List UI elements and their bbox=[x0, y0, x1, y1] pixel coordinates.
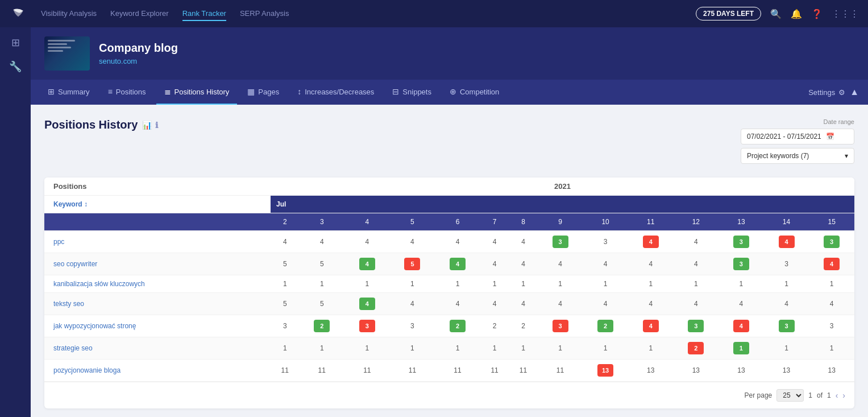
keyword-label: Keyword bbox=[53, 200, 82, 208]
value-cell: 3 bbox=[538, 231, 583, 253]
snippets-icon: ⊟ bbox=[392, 87, 399, 96]
value-cell: 3 bbox=[719, 231, 764, 253]
nav-serp[interactable]: SERP Analysis bbox=[240, 7, 289, 21]
value-cell: 11 bbox=[271, 360, 299, 382]
prev-page-button[interactable]: ‹ bbox=[836, 391, 838, 400]
keyword-cell[interactable]: teksty seo bbox=[44, 293, 271, 315]
value-cell: 11 bbox=[538, 360, 583, 382]
keyword-cell[interactable]: seo copywriter bbox=[44, 253, 271, 275]
date-range-label: Date range bbox=[824, 118, 854, 125]
value-cell: 1 bbox=[435, 275, 480, 293]
days-left-badge[interactable]: 275 DAYS LEFT bbox=[696, 7, 761, 20]
value-cell: 4 bbox=[674, 231, 719, 253]
keyword-filter[interactable]: Project keywords (7) ▾ bbox=[741, 148, 854, 164]
date-col-9: 9 bbox=[538, 213, 583, 231]
subnav-pages[interactable]: ▦ Pages bbox=[239, 80, 287, 105]
total-pages: 1 bbox=[827, 391, 831, 399]
value-cell: 3 bbox=[809, 315, 854, 337]
subnav-competition-label: Competition bbox=[460, 88, 499, 96]
apps-icon[interactable]: ⋮⋮⋮ bbox=[832, 9, 859, 19]
value-cell: 5 bbox=[271, 253, 299, 275]
app-logo[interactable] bbox=[9, 5, 27, 23]
value-cell: 5 bbox=[390, 253, 435, 275]
subnav-snippets[interactable]: ⊟ Snippets bbox=[384, 80, 439, 105]
subnav-summary[interactable]: ⊞ Summary bbox=[40, 80, 98, 105]
value-cell: 4 bbox=[674, 293, 719, 315]
value-cell: 2 bbox=[509, 315, 537, 337]
pagination-row: Per page 25 50 1 of 1 ‹ › bbox=[44, 382, 854, 408]
value-cell: 1 bbox=[764, 275, 809, 293]
keyword-col-header[interactable]: Keyword ↕ bbox=[44, 196, 271, 213]
chart-icon[interactable]: 📊 bbox=[142, 121, 152, 130]
value-cell: 5 bbox=[299, 253, 344, 275]
value-cell: 5 bbox=[271, 293, 299, 315]
subnav-positions-history[interactable]: ≣ Positions History bbox=[156, 80, 238, 105]
per-page-select[interactable]: 25 50 bbox=[776, 389, 804, 402]
value-cell: 11 bbox=[435, 360, 480, 382]
top-nav-links: Visibility Analysis Keyword Explorer Ran… bbox=[41, 7, 682, 21]
value-cell: 2 bbox=[674, 337, 719, 360]
nav-visibility[interactable]: Visibility Analysis bbox=[41, 7, 97, 21]
collapse-button[interactable]: ▲ bbox=[850, 87, 859, 97]
subnav-increases[interactable]: ↕ Increases/Decreases bbox=[289, 80, 382, 105]
value-cell: 13 bbox=[719, 360, 764, 382]
value-cell: 4 bbox=[390, 231, 435, 253]
value-cell: 1 bbox=[509, 275, 537, 293]
info-icon[interactable]: ℹ bbox=[155, 121, 158, 130]
keyword-cell[interactable]: kanibalizacja słów kluczowych bbox=[44, 275, 271, 293]
subnav-snippets-label: Snippets bbox=[402, 88, 431, 96]
value-cell: 1 bbox=[628, 275, 674, 293]
positions-history-icon: ≣ bbox=[164, 87, 171, 96]
page-title-row: Positions History 📊 ℹ Date range 07/02/2… bbox=[44, 118, 854, 164]
keyword-cell[interactable]: jak wypozycjonować stronę bbox=[44, 315, 271, 337]
bell-icon[interactable]: 🔔 bbox=[791, 9, 802, 19]
value-cell: 1 bbox=[583, 337, 628, 360]
sidebar-tool-icon[interactable]: 🔧 bbox=[9, 60, 22, 73]
value-cell: 1 bbox=[674, 275, 719, 293]
page-title-text: Positions History bbox=[44, 118, 138, 131]
search-icon[interactable]: 🔍 bbox=[770, 9, 782, 19]
value-cell: 3 bbox=[390, 315, 435, 337]
positions-icon: ≡ bbox=[108, 87, 113, 96]
value-cell: 1 bbox=[809, 337, 854, 360]
positions-table: Positions 2021 Keyword ↕ Jul 23 bbox=[44, 177, 854, 382]
keyword-filter-value: Project keywords (7) bbox=[747, 152, 809, 160]
value-cell: 4 bbox=[764, 293, 809, 315]
dropdown-chevron-icon: ▾ bbox=[845, 152, 848, 160]
settings-button[interactable]: Settings ⚙ bbox=[808, 88, 845, 97]
settings-gear-icon: ⚙ bbox=[838, 88, 845, 97]
value-cell: 3 bbox=[271, 315, 299, 337]
project-name: Company blog bbox=[99, 42, 178, 55]
project-url[interactable]: senuto.com bbox=[99, 57, 178, 65]
date-col-8: 8 bbox=[509, 213, 537, 231]
subnav-competition[interactable]: ⊕ Competition bbox=[442, 80, 507, 105]
value-cell: 13 bbox=[583, 360, 628, 382]
sidebar-grid-icon[interactable]: ⊞ bbox=[11, 36, 20, 49]
value-cell: 4 bbox=[628, 315, 674, 337]
keyword-cell[interactable]: strategie seo bbox=[44, 337, 271, 360]
table-header-row-1: Positions 2021 bbox=[44, 177, 854, 196]
help-icon[interactable]: ❓ bbox=[811, 9, 823, 19]
year-header: 2021 bbox=[271, 177, 854, 196]
value-cell: 1 bbox=[509, 337, 537, 360]
nav-keyword[interactable]: Keyword Explorer bbox=[110, 7, 169, 21]
table-row: kanibalizacja słów kluczowych11111111111… bbox=[44, 275, 854, 293]
value-cell: 2 bbox=[583, 315, 628, 337]
next-page-button[interactable]: › bbox=[842, 391, 845, 400]
value-cell: 4 bbox=[628, 231, 674, 253]
nav-rank[interactable]: Rank Tracker bbox=[182, 7, 226, 21]
main-content: Company blog senuto.com ⊞ Summary ≡ Posi… bbox=[31, 27, 868, 417]
keyword-cell[interactable]: ppc bbox=[44, 231, 271, 253]
value-cell: 1 bbox=[299, 275, 344, 293]
competition-icon: ⊕ bbox=[450, 87, 456, 96]
subnav-positions[interactable]: ≡ Positions bbox=[100, 80, 154, 105]
date-range-input[interactable]: 07/02/2021 - 07/15/2021 📅 bbox=[741, 129, 854, 144]
keyword-cell[interactable]: pozycjonowanie bloga bbox=[44, 360, 271, 382]
value-cell: 1 bbox=[719, 275, 764, 293]
value-cell: 4 bbox=[480, 231, 509, 253]
page-number: 1 bbox=[808, 391, 812, 399]
keyword-spacer bbox=[44, 213, 271, 231]
sub-nav: ⊞ Summary ≡ Positions ≣ Positions Histor… bbox=[31, 80, 868, 105]
value-cell: 2 bbox=[435, 315, 480, 337]
value-cell: 4 bbox=[538, 293, 583, 315]
